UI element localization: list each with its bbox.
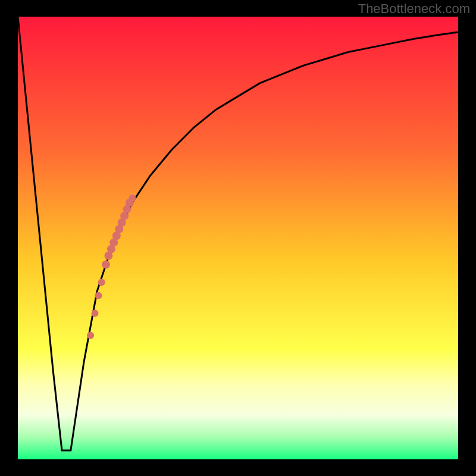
- watermark-text: TheBottleneck.com: [358, 1, 470, 17]
- bottleneck-chart: [0, 0, 476, 476]
- marker-point: [102, 261, 110, 269]
- plot-area: [18, 17, 458, 459]
- marker-point: [129, 195, 136, 202]
- marker-point: [98, 278, 105, 286]
- chart-frame: TheBottleneck.com: [0, 0, 476, 476]
- marker-point: [87, 332, 94, 339]
- marker-point: [95, 292, 102, 299]
- marker-point: [92, 310, 99, 317]
